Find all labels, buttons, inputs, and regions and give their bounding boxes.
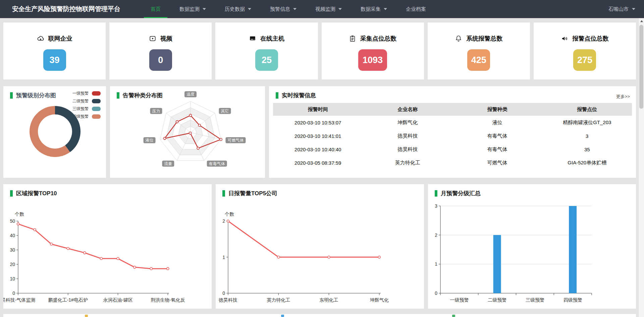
clipboard-icon [349,35,356,42]
table-cell: 液位 [452,119,542,126]
stat-value-badge: 0 [149,49,172,71]
stat-card-online-hosts: 在线主机 25 [215,22,318,80]
nav-item-history-data[interactable]: 历史数据 [215,0,261,18]
chevron-down-icon [632,8,635,10]
nav-item-data-monitor[interactable]: 数据监测 [170,0,215,18]
nav-item-enterprise-archive[interactable]: 企业档案 [396,0,435,18]
svg-text:液位: 液位 [145,138,154,143]
region-selector[interactable]: 石嘴山市 [608,6,635,12]
table-header-row: 报警时间 企业名称 报警种类 报警点位 [273,103,632,116]
svg-text:3: 3 [435,203,437,209]
svg-text:东明化工: 东明化工 [320,297,338,303]
speaker-icon [561,35,568,42]
cloud-icon [37,35,44,42]
region-top10-line-chart: 01020304050个数昊科技-气体监测鹏盛化工-1#电石炉永润石油-罐区荆洪… [3,184,212,309]
chevron-down-icon [338,8,342,10]
stat-label-text: 系统报警总数 [466,35,502,43]
dashboard-page: { "app": { "brand": "安全生产风险预警防控物联网管理平台",… [0,0,644,317]
svg-text:昊科技-气体监测: 昊科技-气体监测 [3,297,35,303]
alarm-type-radar-chart: 温度其它可燃气体有毒气体流量液位压力 [110,86,265,178]
table-cell: 坤辉气化 [363,119,453,126]
svg-text:流量: 流量 [164,161,172,166]
stat-label-text: 报警点位总数 [572,35,608,43]
radar-axis-label: 液位 [144,137,156,143]
table-row: 2020-03-05 08:37:59英力特化工可燃气体GIA-520单体贮槽 [273,156,632,169]
svg-text:40: 40 [10,233,15,238]
table-cell: 有毒气体 [452,133,542,139]
table-cell: 35 [542,147,632,152]
scroll-up-button[interactable] [639,18,644,24]
stat-card-videos: 视频 0 [109,22,212,80]
peek-icon [452,315,455,317]
nav-item-video-monitor[interactable]: 视频监测 [306,0,351,18]
stat-label-text: 联网企业 [48,35,72,43]
table-cell: 有毒气体 [452,146,542,153]
table-cell: 2020-03-05 08:37:59 [273,160,363,166]
stat-label: 在线主机 [249,35,284,43]
stat-label-text: 视频 [160,35,172,43]
radar-axis-label: 流量 [162,161,174,167]
table-cell: GIA-520单体贮槽 [542,160,632,166]
radar-axis-label: 其它 [219,108,231,114]
table-row: 2020-03-10 10:40:40德昊科技有毒气体35 [273,143,632,156]
stat-value-badge: 425 [467,49,490,71]
peek-icon [281,315,284,317]
table-cell: 2020-03-10 10:53:07 [273,120,363,125]
table-body: 2020-03-10 10:53:07坤辉气化液位精醇南罐液位GT_203202… [273,116,632,169]
stat-value-badge: 25 [255,49,278,71]
video-icon [149,35,156,42]
svg-text:10: 10 [10,276,15,281]
daily-top5-line-chart: 012个数德昊科技英力特化工东明化工坤辉气化 [216,184,424,309]
svg-text:0: 0 [12,290,15,296]
svg-text:20: 20 [10,262,15,267]
table-cell: 德昊科技 [363,133,453,139]
scrollbar-thumb[interactable] [639,25,643,109]
scroll-up-icon [640,20,643,22]
panel-title: 实时报警信息 [276,92,316,99]
stat-card-collection-points: 采集点位总数 1093 [322,22,424,80]
table-cell: 英力特化工 [363,160,453,166]
table-cell: 精醇南罐液位GT_203 [542,119,632,126]
nav-item-data-collect[interactable]: 数据采集 [351,0,396,18]
radar-axis-label: 有毒气体 [207,161,227,167]
chevron-down-icon [203,8,206,10]
svg-text:鹏盛化工-1#电石炉: 鹏盛化工-1#电石炉 [48,297,88,303]
column-header-point: 报警点位 [542,106,632,113]
page-scrollbar[interactable] [638,18,644,317]
svg-text:个数: 个数 [224,211,234,217]
svg-text:可燃气体: 可燃气体 [227,138,244,143]
stat-value-badge: 275 [573,49,596,71]
nav-item-warning-info[interactable]: 预警信息 [261,0,306,18]
stat-value-badge: 39 [43,49,66,71]
column-header-time: 报警时间 [273,106,363,113]
panel-title-text: 实时报警信息 [282,92,316,99]
stat-label-text: 采集点位总数 [360,35,396,43]
region-label: 石嘴山市 [608,6,629,12]
radar-axis-label: 压力 [150,108,162,114]
svg-text:坤辉气化: 坤辉气化 [370,297,389,303]
column-header-type: 报警种类 [452,106,542,113]
table-cell: 可燃气体 [452,160,542,166]
chevron-down-icon [293,8,297,10]
table-cell: 2020-03-10 10:40:40 [273,147,363,152]
panel-alarm-type-radar: 告警种类分布图 温度其它可燃气体有毒气体流量液位压力 [110,86,265,178]
warning-level-donut-chart [3,86,106,178]
stat-card-alarm-points: 报警点位总数 275 [534,22,636,80]
table-row: 2020-03-10 10:53:07坤辉气化液位精醇南罐液位GT_203 [273,116,632,129]
app-title: 安全生产风险预警防控物联网管理平台 [12,5,120,13]
radar-axis-label: 可燃气体 [225,137,246,143]
svg-text:0: 0 [435,290,437,296]
more-link[interactable]: 更多>> [616,94,630,100]
table-cell: 德昊科技 [363,146,453,153]
panel-monthly-summary: 月预警分级汇总 0123一级预警二级预警三级预警四级预警 [428,184,636,309]
nav-item-home[interactable]: 首页 [141,0,170,18]
nav-label: 预警信息 [270,6,290,12]
stat-card-system-alarms: 系统报警总数 425 [428,22,530,80]
svg-text:一级预警: 一级预警 [450,297,469,303]
svg-text:0: 0 [222,290,225,296]
stat-label: 报警点位总数 [561,35,608,43]
stat-label: 联网企业 [37,35,72,43]
svg-text:30: 30 [10,247,15,253]
svg-text:三级预警: 三级预警 [526,297,544,303]
svg-text:荆洪生物-氧化反: 荆洪生物-氧化反 [151,297,185,303]
